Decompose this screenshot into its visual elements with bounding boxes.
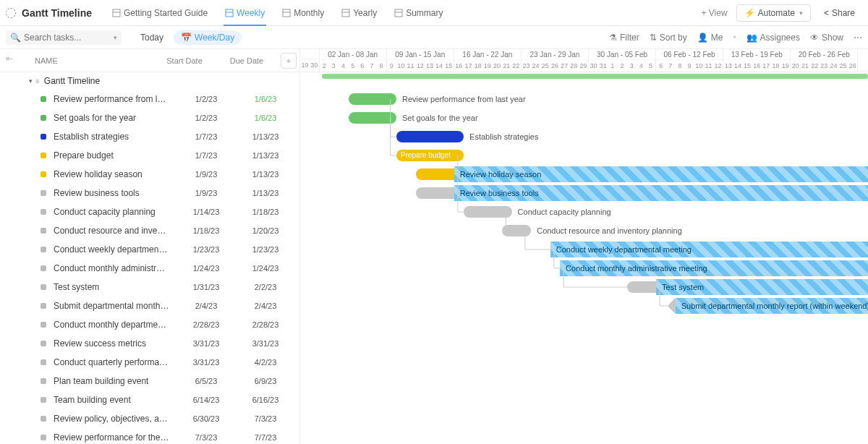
start-date: 7/3/23 [175,433,237,442]
task-name: Review performance from last year [54,94,175,104]
start-date: 1/31/23 [175,283,237,291]
tab-monthly[interactable]: Monthly [273,0,333,26]
tab-weekly[interactable]: Weekly [216,0,273,26]
filter-icon: ⚗ [609,33,617,43]
gantt-row: Conduct capacity planning [300,202,868,221]
due-date: 6/16/23 [237,396,299,404]
view-tabs: Getting Started GuideWeeklyMonthlyYearly… [103,0,692,26]
start-date: 1/24/23 [175,264,237,273]
gantt-bar[interactable]: Establish strategies [396,131,464,142]
col-due[interactable]: Due Date [216,56,278,65]
chevron-down-icon: ▾ [799,9,803,17]
task-name: Review performance for the last 6 ... [54,432,175,443]
bar-label: Conduct capacity planning [518,207,611,217]
task-row[interactable]: Review performance from last year1/2/231… [0,90,299,108]
week-column: 1930 [300,49,320,72]
status-dot [41,209,46,215]
gantt-bar[interactable]: Set goals for the year [349,112,397,124]
task-row[interactable]: Review business tools1/9/231/13/23 [0,184,299,202]
task-row[interactable]: Conduct resource and inventory pl...1/18… [0,221,299,240]
gantt-bar[interactable]: Conduct resource and inventory planning [502,225,531,236]
task-name: Team building event [54,395,175,405]
task-row[interactable]: Team building event6/14/236/16/23 [0,390,299,409]
task-row[interactable]: Conduct capacity planning1/14/231/18/23 [0,202,299,221]
col-name[interactable]: NAME [35,56,153,65]
task-name: Review holiday season [54,169,175,179]
gantt-row: Conduct monthly administrative meetingCo… [300,259,868,278]
striped-extension: Review business tools [454,185,868,201]
start-date: 1/9/23 [175,170,237,179]
me-button[interactable]: 👤Me [697,33,723,43]
search-input[interactable]: 🔍 ▾ [6,30,122,45]
week-column: 09 Jan - 15 Jan9101112131415 [387,49,454,72]
sortby-button[interactable]: ⇅Sort by [650,33,687,43]
show-button[interactable]: 👁Show [810,33,843,43]
lightning-icon: ⚡ [744,8,755,18]
start-date: 2/28/23 [175,320,237,329]
due-date: 2/2/23 [237,283,299,291]
bar-label: Review holiday season [460,169,542,179]
due-date: 1/6/23 [237,114,299,122]
gantt-bar[interactable]: Prepare budget [396,150,464,161]
tab-summary[interactable]: Summary [386,0,451,26]
task-row[interactable]: Conduct quarterly performance m...3/31/2… [0,353,299,372]
add-column-button[interactable]: + [281,53,297,69]
weekday-toggle[interactable]: 📅 Week/Day [174,30,242,45]
filter-button[interactable]: ⚗Filter [609,33,639,43]
svg-rect-4 [395,9,402,17]
due-date: 1/23/23 [237,245,299,254]
task-row[interactable]: Review performance for the last 6 ...7/3… [0,428,299,444]
gantt-panel[interactable]: 193002 Jan - 08 Jan234567809 Jan - 15 Ja… [300,49,868,444]
start-date: 1/14/23 [175,208,237,216]
due-date: 7/3/23 [237,414,299,423]
automate-button[interactable]: ⚡ Automate ▾ [736,4,811,22]
more-button[interactable]: ⋯ [854,33,862,43]
task-name: Submit departmental monthly re... [54,301,175,311]
task-row[interactable]: Review holiday season1/9/231/13/23 [0,165,299,184]
bar-label: Establish strategies [469,132,538,142]
gantt-bar[interactable]: Review performance from last year [349,93,397,105]
view-icon [112,9,121,17]
status-dot [41,265,46,271]
share-button[interactable]: < Share [817,5,862,21]
task-row[interactable]: Review success metrics3/31/233/31/23 [0,334,299,353]
task-row[interactable]: Prepare budget1/7/231/13/23 [0,146,299,165]
add-view-button[interactable]: + View [692,8,736,18]
group-row[interactable]: ▾ ≡ Gantt Timeline [0,72,299,90]
task-name: Conduct monthly administrative m... [54,263,175,273]
people-icon: 👥 [746,33,757,43]
gantt-row: Prepare budget [300,146,868,165]
week-column: 06 Feb - 12 Feb6789101112 [656,49,723,72]
task-row[interactable]: Conduct weekly departmental me...1/23/23… [0,240,299,259]
task-row[interactable]: Set goals for the year1/2/231/6/23 [0,108,299,127]
week-column: 16 Jan - 22 Jan16171819202122 [454,49,522,72]
task-name: Review policy, objectives, and busi... [54,414,175,424]
today-button[interactable]: Today [135,30,169,45]
task-row[interactable]: Review policy, objectives, and busi...6/… [0,409,299,428]
task-name: Conduct monthly departmental m... [54,320,175,330]
task-row[interactable]: Conduct monthly administrative m...1/24/… [0,259,299,278]
striped-extension: Submit departmental monthly report (with… [676,298,868,314]
start-date: 1/2/23 [175,95,237,103]
svg-rect-0 [113,9,120,17]
page-title: Gantt Timeline [22,7,92,19]
calendar-icon: 📅 [181,33,192,43]
task-row[interactable]: Conduct monthly departmental m...2/28/23… [0,315,299,334]
col-start[interactable]: Start Date [153,56,216,65]
tab-getting-started-guide[interactable]: Getting Started Guide [103,0,216,26]
task-list-panel: NAME Start Date Due Date + ▾ ≡ Gantt Tim… [0,49,300,444]
app-icon [6,8,16,18]
assignees-button[interactable]: 👥Assignees [746,33,800,43]
task-name: Conduct quarterly performance m... [54,357,175,367]
gantt-row: Submit departmental monthly report (with… [300,296,868,315]
task-row[interactable]: Submit departmental monthly re...2/4/232… [0,296,299,315]
task-row[interactable]: Establish strategies1/7/231/13/23 [0,127,299,146]
start-date: 1/23/23 [175,245,237,254]
gantt-row: Review performance from last year [300,90,868,108]
task-row[interactable]: Test system1/31/232/2/23 [0,278,299,296]
tab-yearly[interactable]: Yearly [333,0,386,26]
due-date: 1/13/23 [237,151,299,160]
gantt-bar[interactable]: Conduct capacity planning [464,206,512,218]
task-name: Prepare budget [54,150,175,161]
task-row[interactable]: Plan team building event6/5/236/9/23 [0,372,299,390]
